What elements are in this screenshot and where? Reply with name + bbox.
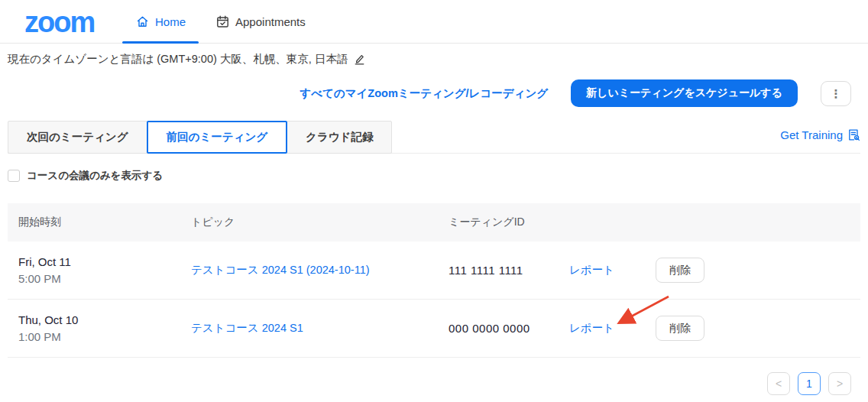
home-icon [136, 15, 149, 28]
meeting-date: Thu, Oct 10 [18, 312, 191, 329]
delete-button[interactable]: 削除 [656, 258, 704, 283]
appointments-icon [216, 15, 229, 28]
tab-cloud-recordings[interactable]: クラウド記録 [287, 121, 392, 154]
nav-home[interactable]: Home [136, 15, 186, 28]
zoom-logo[interactable]: zoom [24, 3, 94, 41]
active-tab-underline [122, 41, 199, 44]
top-header: zoom Home Appointments [0, 0, 868, 44]
report-link[interactable]: レポート [569, 263, 656, 277]
timezone-row: 現在のタイムゾーンと言語は (GMT+9:00) 大阪、札幌、東京, 日本語 [8, 52, 365, 66]
more-icon: ⋮ [831, 87, 842, 100]
topic-link[interactable]: テストコース 2024 S1 [191, 321, 449, 336]
top-nav: Home Appointments [136, 0, 306, 44]
meeting-date: Fri, Oct 11 [18, 254, 191, 271]
more-options-button[interactable]: ⋮ [821, 81, 851, 106]
zoom-web-portal: zoom Home Appointments [0, 0, 868, 402]
prev-icon: < [776, 378, 782, 390]
report-link[interactable]: レポート [569, 321, 656, 336]
course-meetings-filter: コースの会議のみを表示する [8, 169, 163, 183]
meeting-actions-row: すべてのマイZoomミーティング/レコーディング 新しいミーティングをスケジュー… [300, 79, 851, 107]
timezone-text: 現在のタイムゾーンと言語は (GMT+9:00) 大阪、札幌、東京, 日本語 [8, 52, 348, 66]
table-row: Fri, Oct 11 5:00 PM テストコース 2024 S1 (2024… [8, 242, 860, 300]
edit-icon[interactable] [354, 53, 365, 65]
meeting-time: 5:00 PM [18, 271, 191, 287]
next-page-button[interactable]: > [828, 372, 851, 395]
all-meetings-recordings-link[interactable]: すべてのマイZoomミーティング/レコーディング [300, 86, 548, 101]
col-header-start-time: 開始時刻 [8, 216, 191, 229]
col-header-meeting-id: ミーティングID [449, 216, 569, 229]
page-1-button[interactable]: 1 [798, 372, 821, 395]
meetings-tabs-row: 次回のミーティング 前回のミーティング クラウド記録 Get Training [8, 121, 860, 154]
get-training-link[interactable]: Get Training [780, 128, 860, 141]
prev-page-button[interactable]: < [767, 372, 790, 395]
start-time-cell: Thu, Oct 10 1:00 PM [8, 312, 191, 345]
nav-appointments-label: Appointments [235, 15, 306, 28]
col-header-topic: トピック [191, 216, 449, 229]
meeting-time: 1:00 PM [18, 329, 191, 345]
tab-previous-meetings[interactable]: 前回のミーティング [147, 121, 288, 154]
start-time-cell: Fri, Oct 11 5:00 PM [8, 254, 191, 287]
course-meetings-checkbox[interactable] [8, 170, 20, 182]
next-icon: > [837, 378, 843, 390]
table-row: Thu, Oct 10 1:00 PM テストコース 2024 S1 000 0… [8, 300, 860, 358]
meeting-id: 111 1111 1111 [449, 264, 569, 277]
get-training-icon [847, 128, 860, 141]
nav-home-label: Home [155, 15, 186, 28]
delete-button[interactable]: 削除 [656, 316, 704, 341]
previous-meetings-table: 開始時刻 トピック ミーティングID Fri, Oct 11 5:00 PM テ… [8, 203, 860, 358]
nav-appointments[interactable]: Appointments [216, 15, 306, 28]
table-header-row: 開始時刻 トピック ミーティングID [8, 203, 860, 242]
pagination: < 1 > [767, 372, 851, 395]
get-training-label: Get Training [780, 128, 843, 141]
schedule-meeting-button[interactable]: 新しいミーティングをスケジュールする [571, 79, 798, 107]
meeting-id: 000 0000 0000 [449, 322, 569, 335]
course-meetings-label: コースの会議のみを表示する [27, 169, 163, 183]
topic-link[interactable]: テストコース 2024 S1 (2024-10-11) [191, 263, 449, 277]
tab-upcoming-meetings[interactable]: 次回のミーティング [8, 121, 147, 154]
meetings-tabs: 次回のミーティング 前回のミーティング クラウド記録 [8, 121, 392, 154]
